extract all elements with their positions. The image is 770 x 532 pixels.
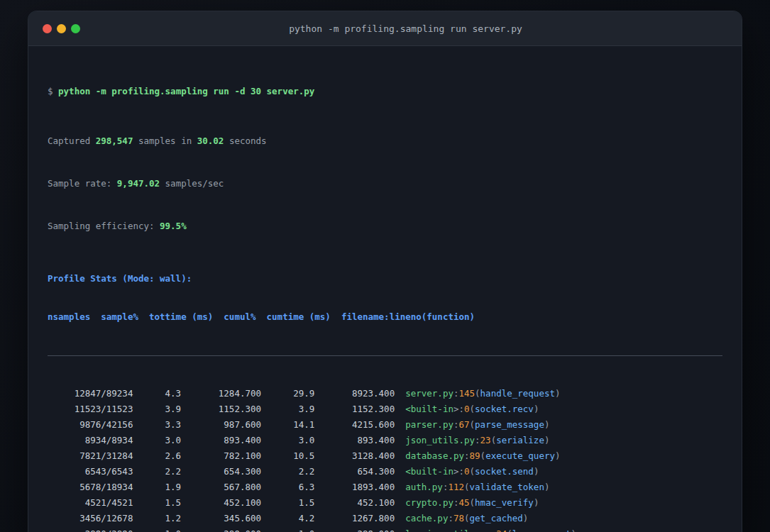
text-segment: parser.py <box>405 419 453 430</box>
stats-table-row: 6543/6543 2.2 654.300 2.2 654.300 <built… <box>48 464 722 480</box>
text-segment: 8934/8934 3.0 893.400 3.0 893.400 <box>48 435 405 445</box>
text-segment: 9,947.02 <box>117 178 160 189</box>
text-segment: ( <box>470 404 475 414</box>
text-segment: ( <box>470 419 475 430</box>
text-segment: hmac_verify <box>475 497 534 508</box>
terminal-output[interactable]: $ python -m profiling.sampling run -d 30… <box>28 46 742 532</box>
text-segment: get_cached <box>470 513 523 523</box>
text-segment: json_utils.py <box>405 435 475 445</box>
text-segment: ) <box>571 528 577 532</box>
close-button[interactable] <box>43 24 52 33</box>
text-segment: 89 <box>470 450 480 461</box>
text-segment: 5678/18934 1.9 567.800 6.3 1893.400 <box>48 482 405 492</box>
text-segment: >: <box>453 404 464 414</box>
text-segment: <built-in <box>405 466 453 477</box>
text-segment: 3456/12678 1.2 345.600 4.2 1267.800 <box>48 513 405 523</box>
stats-table-row: 8934/8934 3.0 893.400 3.0 893.400 json_u… <box>48 433 722 448</box>
text-segment: ) <box>555 450 561 461</box>
text-segment: socket.send <box>475 466 534 477</box>
text-segment: logging_utils.py <box>405 528 490 532</box>
text-segment: 78 <box>453 513 464 523</box>
shell-command-line: $ python -m profiling.sampling run -d 30… <box>48 86 722 97</box>
text-segment: 112 <box>448 482 464 492</box>
stats-table-row: 3456/12678 1.2 345.600 4.2 1267.800 cach… <box>48 511 722 526</box>
text-segment: 9876/42156 3.3 987.600 14.1 4215.600 <box>48 419 405 430</box>
stats-divider <box>48 355 722 356</box>
text-segment: ( <box>507 528 512 532</box>
stats-table-row: 4521/4521 1.5 452.100 1.5 452.100 crypto… <box>48 495 722 511</box>
text-segment: server.py <box>405 388 453 399</box>
text-segment: log_request <box>512 528 571 532</box>
window-title: python -m profiling.sampling run server.… <box>28 23 742 34</box>
text-segment: 23 <box>480 435 491 445</box>
text-segment: database.py <box>405 450 464 461</box>
stats-table-row: 12847/89234 4.3 1284.700 29.9 8923.400 s… <box>48 386 722 401</box>
text-segment: cache.py <box>405 513 448 523</box>
text-segment: serialize <box>496 435 544 445</box>
text-segment: Captured <box>48 135 96 146</box>
text-segment: 298,547 <box>96 135 133 146</box>
text-segment: ) <box>534 466 539 477</box>
text-segment: ( <box>470 466 475 477</box>
sampling-efficiency-line: Sampling efficiency: 99.5% <box>48 221 722 232</box>
text-segment: 99.5% <box>160 221 187 231</box>
maximize-button[interactable] <box>71 24 80 33</box>
stats-table-row: 9876/42156 3.3 987.600 14.1 4215.600 par… <box>48 417 722 433</box>
text-segment: ) <box>555 388 561 399</box>
text-segment: validate_token <box>470 482 544 492</box>
text-segment: : <box>464 450 470 461</box>
text-segment: auth.py <box>405 482 443 492</box>
text-segment: : <box>448 513 453 523</box>
terminal-window: python -m profiling.sampling run server.… <box>28 11 742 532</box>
stats-table-row: 7821/31284 2.6 782.100 10.5 3128.400 dat… <box>48 448 722 464</box>
text-segment: 0 <box>464 466 470 477</box>
text-segment: ( <box>464 513 470 523</box>
text-segment: $ <box>48 86 58 96</box>
stats-columns-header: nsamples sample% tottime (ms) cumul% cum… <box>48 311 722 323</box>
text-segment: ( <box>464 482 470 492</box>
text-segment: 12847/89234 4.3 1284.700 29.9 8923.400 <box>48 388 405 399</box>
text-segment: python -m profiling.sampling run -d 30 s… <box>58 86 314 96</box>
text-segment: crypto.py <box>405 497 453 508</box>
text-segment: samples/sec <box>160 178 224 189</box>
text-segment: ( <box>480 450 486 461</box>
text-segment: Sample rate: <box>48 178 117 189</box>
text-segment: execute_query <box>485 450 555 461</box>
text-segment: ( <box>470 497 475 508</box>
text-segment: ( <box>475 388 480 399</box>
text-segment: 45 <box>458 497 469 508</box>
sample-rate-line: Sample rate: 9,947.02 samples/sec <box>48 178 722 189</box>
text-segment: ) <box>534 497 539 508</box>
stats-table-row: 11523/11523 3.9 1152.300 3.9 1152.300 <b… <box>48 401 722 417</box>
text-segment: ) <box>544 435 550 445</box>
text-segment: ) <box>544 419 550 430</box>
captured-samples-line: Captured 298,547 samples in 30.02 second… <box>48 135 722 147</box>
stats-table: 12847/89234 4.3 1284.700 29.9 8923.400 s… <box>48 386 722 532</box>
text-segment: 6543/6543 2.2 654.300 2.2 654.300 <box>48 466 405 477</box>
text-segment: 7821/31284 2.6 782.100 10.5 3128.400 <box>48 450 405 461</box>
text-segment: ) <box>534 404 539 414</box>
text-segment: ) <box>523 513 529 523</box>
stats-table-row: 5678/18934 1.9 567.800 6.3 1893.400 auth… <box>48 480 722 495</box>
text-segment: handle_request <box>480 388 555 399</box>
profile-stats-heading: Profile Stats (Mode: wall): <box>48 273 722 284</box>
text-segment: 145 <box>458 388 475 399</box>
text-segment: samples in <box>133 135 197 146</box>
text-segment: parse_message <box>475 419 544 430</box>
stats-table-row: 2890/2890 1.0 289.000 1.0 289.000 loggin… <box>48 526 722 532</box>
text-segment: 34 <box>496 528 507 532</box>
text-segment: seconds <box>224 135 266 146</box>
text-segment: Sampling efficiency: <box>48 221 160 231</box>
text-segment: 30.02 <box>197 135 224 146</box>
traffic-lights <box>43 11 80 45</box>
text-segment: 2890/2890 1.0 289.000 1.0 289.000 <box>48 528 405 532</box>
text-segment: 11523/11523 3.9 1152.300 3.9 1152.300 <box>48 404 405 414</box>
text-segment: 0 <box>464 404 470 414</box>
minimize-button[interactable] <box>57 24 66 33</box>
text-segment: 4521/4521 1.5 452.100 1.5 452.100 <box>48 497 405 508</box>
text-segment: >: <box>453 466 464 477</box>
text-segment: ) <box>544 482 550 492</box>
window-titlebar[interactable]: python -m profiling.sampling run server.… <box>28 11 742 46</box>
text-segment: socket.recv <box>475 404 534 414</box>
text-segment: : <box>475 435 480 445</box>
